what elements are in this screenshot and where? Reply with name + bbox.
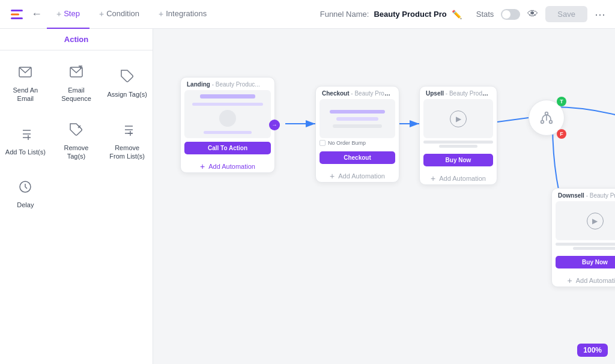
play-icon: ▶: [587, 213, 604, 229]
remove-tags-icon: [69, 123, 83, 140]
upsell-desc-bar-short: [439, 145, 478, 148]
stats-toggle[interactable]: [501, 9, 520, 20]
checkout-node: Checkout - Beauty Produc... No Order Bum…: [315, 86, 399, 183]
edit-funnel-icon[interactable]: ✏️: [452, 10, 462, 19]
remove-from-list-icon: [120, 123, 135, 140]
condition-circle: T F: [529, 100, 565, 136]
tab-integrations[interactable]: + Integrations: [149, 0, 216, 29]
false-badge: F: [557, 129, 566, 139]
remove-tags-label: Remove Tag(s): [56, 144, 97, 161]
true-badge: T: [557, 97, 566, 106]
funnel-canvas: Landing - Beauty Produc... Call To Actio…: [153, 29, 615, 364]
assign-tags-icon: [120, 69, 135, 86]
checkout-btn[interactable]: Checkout: [320, 151, 395, 164]
action-email-sequence[interactable]: Email Sequence: [51, 55, 102, 113]
remove-from-list-label: Remove From List(s): [106, 144, 148, 161]
plus-icon: +: [568, 276, 572, 285]
preview-circle: [219, 110, 236, 127]
add-to-list-icon: [18, 127, 32, 144]
plus-icon: +: [200, 162, 205, 171]
svg-line-28: [497, 118, 529, 122]
landing-cta-btn[interactable]: Call To Action: [184, 142, 271, 154]
action-delay[interactable]: Delay: [0, 170, 51, 219]
email-sequence-label: Email Sequence: [56, 86, 97, 103]
svg-point-29: [541, 121, 544, 124]
checkout-preview: [320, 99, 395, 138]
upsell-desc-bar: [423, 141, 493, 144]
svg-rect-2: [11, 17, 23, 19]
action-remove-from-list[interactable]: Remove From List(s): [101, 113, 153, 171]
action-remove-tags[interactable]: Remove Tag(s): [51, 113, 102, 171]
plus-icon: +: [431, 174, 435, 183]
nav-right-controls: Stats 👁 Save ⋯: [476, 6, 605, 22]
nav-tabs: + Step + Condition + Integrations: [47, 0, 216, 29]
plus-icon: +: [159, 9, 163, 19]
svg-rect-1: [11, 13, 19, 15]
save-button[interactable]: Save: [545, 6, 587, 22]
zoom-badge: 100%: [577, 344, 608, 357]
plus-icon: +: [330, 171, 335, 181]
plus-icon: +: [56, 9, 61, 19]
more-options-button[interactable]: ⋯: [595, 8, 605, 21]
landing-title: Landing - Beauty Produc...: [181, 77, 274, 90]
action-panel-header: Action: [0, 29, 153, 50]
action-assign-tags[interactable]: Assign Tag(s): [101, 55, 153, 113]
upsell-node: Upsell - Beauty Produc... ▶ Buy Now + Ad…: [419, 86, 497, 185]
add-to-list-label: Add To List(s): [5, 148, 46, 156]
delay-icon: [18, 180, 32, 197]
preview-bar: [200, 94, 255, 99]
svg-rect-0: [11, 10, 23, 11]
send-email-icon: [18, 65, 32, 82]
plus-icon: +: [99, 9, 104, 19]
assign-tags-label: Assign Tag(s): [107, 90, 147, 99]
funnel-name-value: Beauty Product Pro: [374, 10, 446, 19]
downsell-btn[interactable]: Buy Now: [556, 256, 615, 268]
downsell-desc-bar: [556, 243, 615, 246]
checkout-add-automation[interactable]: + Add Automation: [316, 168, 399, 182]
action-add-to-list[interactable]: Add To List(s): [0, 113, 51, 171]
landing-preview: [184, 90, 271, 138]
downsell-add-automation[interactable]: + Add Automation: [552, 272, 615, 287]
logo: [10, 7, 24, 22]
upsell-btn[interactable]: Buy Now: [423, 154, 493, 166]
play-icon: ▶: [450, 111, 467, 127]
svg-point-30: [550, 121, 553, 124]
downsell-node: Downsell - Beauty Produc... ▶ Buy Now + …: [551, 188, 615, 287]
landing-add-automation[interactable]: + Add Automation: [181, 158, 274, 172]
action-panel-title: Action: [64, 35, 88, 44]
order-bump-row: No Order Bump: [316, 138, 399, 148]
upsell-title: Upsell - Beauty Produc...: [420, 86, 497, 99]
downsell-preview: ▶: [556, 201, 615, 240]
checkout-title: Checkout - Beauty Produc...: [316, 86, 399, 99]
action-send-email[interactable]: Send An Email: [0, 55, 51, 113]
action-grid: Send An Email Email Sequence Assign Tag(…: [0, 50, 153, 223]
funnel-info: Funnel Name: Beauty Product Pro ✏️: [320, 10, 462, 19]
tab-condition[interactable]: + Condition: [89, 0, 149, 29]
tab-step[interactable]: + Step: [47, 0, 89, 29]
upsell-preview: ▶: [423, 99, 493, 138]
toggle-thumb: [502, 10, 510, 19]
upsell-add-automation[interactable]: + Add Automation: [420, 170, 497, 184]
fork-icon: [538, 109, 555, 126]
preview-button[interactable]: 👁: [527, 8, 538, 20]
delay-label: Delay: [17, 201, 34, 209]
preview-bar: [192, 103, 264, 106]
funnel-name-label: Funnel Name:: [320, 10, 369, 19]
email-sequence-icon: [69, 65, 83, 82]
downsell-title: Downsell - Beauty Produc...: [552, 189, 615, 201]
action-panel: Action Send An Email Email Sequence Assi…: [0, 29, 153, 364]
downsell-desc-bar-short: [573, 247, 615, 250]
order-bump-checkbox[interactable]: [320, 140, 326, 146]
main-content: Action Send An Email Email Sequence Assi…: [0, 29, 615, 364]
preview-bar: [204, 131, 251, 134]
stats-label: Stats: [476, 10, 494, 19]
top-nav: ← + Step + Condition + Integrations Funn…: [0, 0, 615, 29]
back-button[interactable]: ←: [31, 8, 42, 20]
landing-node: Landing - Beauty Produc... Call To Actio…: [180, 77, 275, 173]
connector-dot-right: →: [269, 120, 280, 130]
send-email-label: Send An Email: [5, 86, 46, 103]
condition-node[interactable]: T F: [529, 100, 565, 136]
